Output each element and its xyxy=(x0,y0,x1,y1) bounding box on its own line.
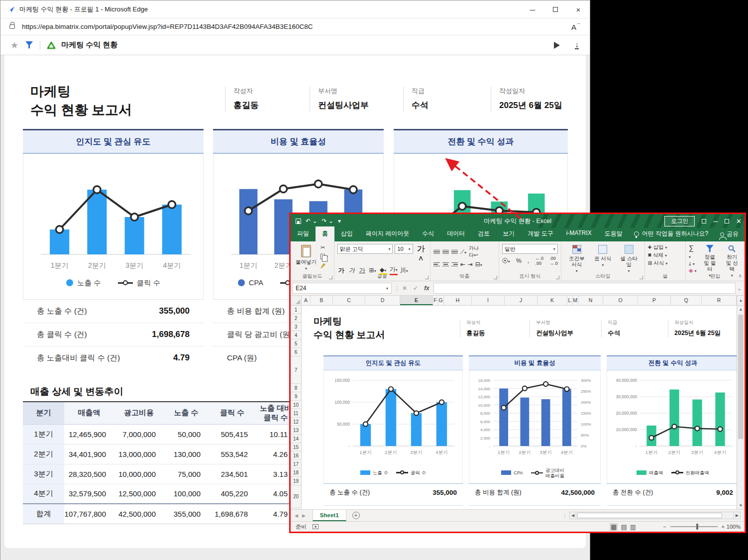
hscroll-thumb[interactable] xyxy=(577,513,722,518)
macro-record-icon[interactable] xyxy=(313,524,319,529)
align-bottom-icon[interactable] xyxy=(451,249,458,255)
font-size-select[interactable]: 10▾ xyxy=(395,244,413,254)
filter-icon[interactable] xyxy=(25,41,33,49)
delete-cells-button[interactable]: 🞮 삭제 ▾ xyxy=(648,252,682,259)
column-header-R[interactable]: R xyxy=(702,296,737,305)
dialog-launcher-icon[interactable] xyxy=(329,276,332,279)
ribbon-tab-i-MATRIX[interactable]: i-MATRIX xyxy=(560,226,598,241)
align-right-icon[interactable] xyxy=(451,261,458,268)
row-header-15[interactable]: 15 xyxy=(291,443,301,451)
ribbon-tab-데이터[interactable]: 데이터 xyxy=(440,226,471,241)
insert-cells-button[interactable]: 🞦 삽입 ▾ xyxy=(648,244,682,251)
ribbon-tab-보기[interactable]: 보기 xyxy=(496,226,521,241)
scroll-right-icon[interactable]: ▶ xyxy=(734,512,741,519)
orientation-icon[interactable]: ⟋▾ xyxy=(460,248,466,255)
align-left-icon[interactable] xyxy=(433,261,440,268)
formula-input[interactable] xyxy=(433,283,736,294)
row-header-17[interactable]: 17 xyxy=(291,460,301,468)
column-header-N[interactable]: N xyxy=(578,296,603,305)
sheet-content[interactable]: 마케팅 수익 현황 보고서 작성자홍길동부서명컨설팅사업부직급수석작성일자202… xyxy=(302,306,737,509)
number-format-select[interactable]: 일반▾ xyxy=(502,244,558,254)
browser-maximize-icon[interactable] xyxy=(544,0,567,18)
zoom-slider[interactable] xyxy=(670,526,718,527)
column-header-O[interactable]: O xyxy=(603,296,638,305)
view-normal-icon[interactable]: ▦ xyxy=(610,523,618,531)
column-header-M[interactable]: M xyxy=(572,296,578,305)
insert-function-icon[interactable]: fx xyxy=(424,285,429,292)
column-header-J[interactable]: J xyxy=(505,296,537,305)
ribbon-tab-파일[interactable]: 파일 xyxy=(291,226,316,241)
conditional-formatting-button[interactable]: 조건부 서식▾ xyxy=(564,244,589,274)
excel-minimize-icon[interactable]: ─ xyxy=(713,218,718,225)
column-header-I[interactable]: I xyxy=(472,296,505,305)
format-cells-button[interactable]: ⊞ 서식 ▾ xyxy=(648,260,682,267)
ribbon-tab-도움말[interactable]: 도움말 xyxy=(598,226,629,241)
cut-icon[interactable]: ✂ xyxy=(321,244,328,251)
cancel-icon[interactable]: ✕ xyxy=(402,285,407,292)
copy-icon[interactable]: ▾ xyxy=(321,253,328,260)
name-box[interactable]: E24▾ xyxy=(292,283,392,294)
row-header-20[interactable]: 20 xyxy=(291,485,301,508)
view-page-break-icon[interactable]: ▥ xyxy=(630,523,636,531)
row-header-4[interactable]: 4 xyxy=(291,331,301,339)
wrap-text-icon[interactable]: 가나다↩ xyxy=(469,245,479,259)
dialog-launcher-icon[interactable] xyxy=(556,276,559,279)
row-header-16[interactable]: 16 xyxy=(291,451,301,460)
add-sheet-button[interactable]: + xyxy=(352,512,360,519)
browser-titlebar[interactable]: 마케팅 수익 현황 - 프로필 1 - Microsoft Edge ─ × xyxy=(0,0,590,18)
zoom-thumb[interactable] xyxy=(696,524,698,530)
read-aloud-icon[interactable]: A⌒ xyxy=(571,22,581,31)
font-name-select[interactable]: 맑은 고딕▾ xyxy=(337,244,393,254)
align-middle-icon[interactable] xyxy=(442,249,449,255)
ribbon-display-icon[interactable] xyxy=(702,218,706,225)
tell-me-box[interactable]: 어떤 작업을 원하시나요? xyxy=(634,229,708,241)
row-header-13[interactable]: 13 xyxy=(291,426,301,435)
increase-decimal-icon[interactable]: ←.0.00 xyxy=(535,256,543,266)
column-header-P[interactable]: P xyxy=(638,296,671,305)
sheet-next-icon[interactable]: ▶ xyxy=(302,513,306,518)
fill-icon[interactable]: ⤓ ▾ xyxy=(689,260,697,267)
ribbon-tab-삽입[interactable]: 삽입 xyxy=(334,226,359,241)
accounting-format-icon[interactable]: 🖸▾ xyxy=(502,257,510,264)
download-icon[interactable]: ↓ xyxy=(575,41,579,49)
column-header-A[interactable]: A xyxy=(302,296,311,305)
excel-close-icon[interactable]: ✕ xyxy=(736,218,742,225)
ribbon-tab-페이지 레이아웃[interactable]: 페이지 레이아웃 xyxy=(359,226,416,241)
column-header-Q[interactable]: Q xyxy=(671,296,702,305)
column-header-L[interactable]: L xyxy=(567,296,572,305)
dialog-launcher-icon[interactable] xyxy=(640,276,643,279)
format-as-table-button[interactable]: 표 서식▾ xyxy=(591,244,614,274)
excel-titlebar[interactable]: ↶ ⌄ ↷ ⌄ ▾ 마케팅 수익 현황 - Excel 로그인 ─ ✕ xyxy=(291,214,745,228)
row-header-14[interactable]: 14 xyxy=(291,435,301,443)
dialog-launcher-icon[interactable] xyxy=(425,276,428,279)
zoom-in-icon[interactable]: + xyxy=(722,524,725,530)
horizontal-scrollbar[interactable]: ◀ ▶ xyxy=(569,511,741,520)
ribbon-tab-검토[interactable]: 검토 xyxy=(471,226,496,241)
row-header-19[interactable]: 19 xyxy=(291,477,301,485)
excel-maximize-icon[interactable] xyxy=(725,218,729,225)
format-painter-icon[interactable] xyxy=(321,262,328,269)
scroll-left-icon[interactable]: ◀ xyxy=(569,512,576,519)
scroll-up-icon[interactable]: ▲ xyxy=(737,306,745,313)
dialog-launcher-icon[interactable] xyxy=(494,276,497,279)
grow-font-icon[interactable]: 가˄ xyxy=(415,244,427,263)
row-header-7[interactable]: 7 xyxy=(291,356,301,384)
browser-urlbar[interactable]: https://epa.bimatrix.com/portal/popupVie… xyxy=(0,18,590,35)
zoom-level[interactable]: 100% xyxy=(727,524,741,530)
cell-styles-button[interactable]: 셀 스타일▾ xyxy=(616,244,641,274)
row-header-5[interactable]: 5 xyxy=(291,339,301,348)
autosum-icon[interactable]: ∑ ▾ xyxy=(689,244,697,260)
column-header-K[interactable]: K xyxy=(537,296,567,305)
comma-style-icon[interactable]: , xyxy=(528,257,529,264)
scroll-down-icon[interactable]: ▼ xyxy=(737,502,745,509)
row-header-3[interactable]: 3 xyxy=(291,323,301,331)
column-header-B[interactable]: B xyxy=(311,296,333,305)
ribbon-tab-개발 도구[interactable]: 개발 도구 xyxy=(521,226,559,241)
sheet-tab[interactable]: Sheet1 xyxy=(313,510,346,521)
column-header-F[interactable]: F xyxy=(433,296,438,305)
view-page-layout-icon[interactable]: ▤ xyxy=(621,523,627,531)
column-header-H[interactable]: H xyxy=(444,296,472,305)
ribbon-tab-홈[interactable]: 홈 xyxy=(316,226,334,241)
column-header-G[interactable]: G xyxy=(438,296,444,305)
favorite-star-icon[interactable]: ★ xyxy=(10,40,18,51)
